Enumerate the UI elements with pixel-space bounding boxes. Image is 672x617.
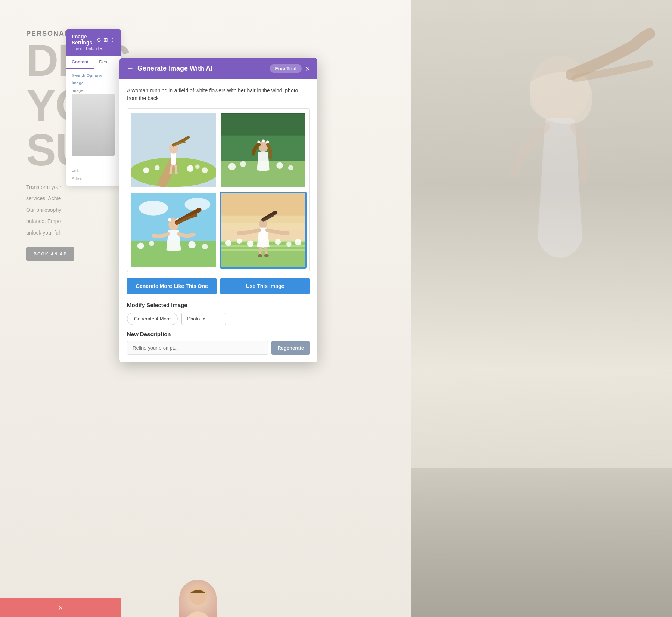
image-sub-label: Image [72,88,115,93]
image-section-label: Image [72,81,115,85]
scene3-svg [131,193,216,267]
svg-point-46 [275,239,281,245]
svg-point-17 [240,161,246,167]
svg-point-22 [262,140,265,143]
svg-point-53 [264,254,269,257]
panel-title: Image Settings [72,34,97,46]
svg-line-51 [265,247,267,255]
ai-dialog-body: A woman running in a field of white flow… [119,79,317,362]
prompt-display: A woman running in a field of white flow… [127,87,310,102]
scene1-svg [131,113,216,187]
ai-dialog-header: ← Generate Image With AI Free Trial × [119,58,317,79]
modify-section: Modify Selected Image Generate 4 More Ph… [127,302,310,325]
svg-point-18 [276,162,283,169]
grid-image-2[interactable] [220,112,307,189]
grid-image-inner-3 [131,193,216,267]
prompt-input[interactable] [127,341,268,355]
photo-type-select[interactable]: Photo ▼ [181,313,226,325]
panel-tabs: Content Des [66,56,121,69]
svg-point-25 [139,201,168,215]
bottom-avatar [179,580,217,617]
new-description-section: New Description Regenerate [127,331,310,355]
svg-line-12 [175,165,177,174]
svg-point-28 [137,242,144,249]
admin-item[interactable]: Admi... [72,174,115,183]
prompt-row: Regenerate [127,341,310,355]
bottom-section [411,468,672,617]
svg-line-11 [171,165,172,174]
grid-image-inner-2 [221,113,305,187]
svg-point-19 [288,165,293,170]
svg-point-29 [149,241,154,246]
ai-dialog: ← Generate Image With AI Free Trial × A … [119,58,317,362]
svg-point-47 [286,241,292,247]
svg-point-44 [237,239,242,244]
panel-preset[interactable]: Preset: Default ▾ [72,46,115,51]
svg-point-8 [202,167,208,173]
svg-point-34 [172,218,175,221]
grid-image-1[interactable] [130,112,217,189]
generate-more-button[interactable]: Generate More Like This One [127,278,217,294]
scene2-svg [221,113,305,187]
panel-section: Search Options Image Image [66,69,121,163]
side-items: Link Admi... [66,163,121,186]
svg-rect-42 [221,249,305,251]
svg-point-5 [155,165,160,170]
target-icon[interactable]: ⊙ [97,37,101,43]
bottom-bar: × [0,598,121,617]
link-item[interactable]: Link [72,166,115,174]
svg-point-31 [202,244,208,249]
book-appointment-button[interactable]: BOOK AN AP [26,247,74,261]
new-description-title: New Description [127,331,310,337]
ai-dialog-title-row: ← Generate Image With AI [127,65,212,72]
modify-title: Modify Selected Image [127,302,310,308]
generate-4-more-button[interactable]: Generate 4 More [127,313,178,325]
svg-line-50 [260,247,261,255]
more-icon[interactable]: ⋮ [110,37,115,43]
woman-illustration [441,15,665,336]
grid-image-4[interactable] [220,192,307,269]
ai-header-right: Free Trial × [270,64,310,73]
right-illustration [411,0,672,617]
use-this-image-button[interactable]: Use This Image [220,278,310,294]
svg-point-7 [195,164,200,169]
body-text-2: services. Achie [26,194,93,202]
free-trial-badge[interactable]: Free Trial [270,64,302,73]
close-dialog-button[interactable]: × [305,65,310,72]
svg-point-54 [189,584,207,605]
select-arrow-icon: ▼ [202,317,206,321]
body-text-3: Our philosophy [26,206,93,214]
body-text-4: balance. Empo [26,217,93,225]
svg-point-48 [295,239,302,246]
back-arrow-icon[interactable]: ← [127,65,134,72]
svg-point-23 [266,140,269,143]
ai-dialog-title: Generate Image With AI [137,65,212,72]
image-thumbnail [72,94,115,156]
image-grid [127,108,310,272]
bottom-x-icon[interactable]: × [59,604,63,612]
grid-icon[interactable]: ⊞ [103,37,108,43]
grid-image-3[interactable] [130,192,217,269]
grid-image-inner-4 [221,193,305,267]
avatar-svg [179,580,217,617]
body-text-5: unlock your ful [26,229,93,237]
hero-body: Transform your services. Achie Our philo… [26,183,93,261]
action-buttons: Generate More Like This One Use This Ima… [127,278,310,294]
svg-point-43 [225,240,231,246]
svg-point-30 [188,241,196,248]
grid-image-inner-1 [131,113,216,187]
regenerate-button[interactable]: Regenerate [271,341,310,355]
svg-point-16 [228,163,236,170]
svg-point-33 [168,218,171,221]
scene4-svg [221,193,305,267]
panel-header: Image Settings ⊙ ⊞ ⋮ Preset: Default ▾ [66,29,121,56]
svg-point-4 [143,167,149,173]
tab-design[interactable]: Des [94,56,112,69]
photo-type-label: Photo [187,316,200,322]
svg-point-45 [247,241,254,247]
svg-point-52 [258,254,262,257]
tab-content[interactable]: Content [66,56,94,69]
modify-controls: Generate 4 More Photo ▼ [127,313,310,325]
search-options-label: Search Options [72,73,115,78]
image-settings-panel: Image Settings ⊙ ⊞ ⋮ Preset: Default ▾ C… [66,29,121,186]
